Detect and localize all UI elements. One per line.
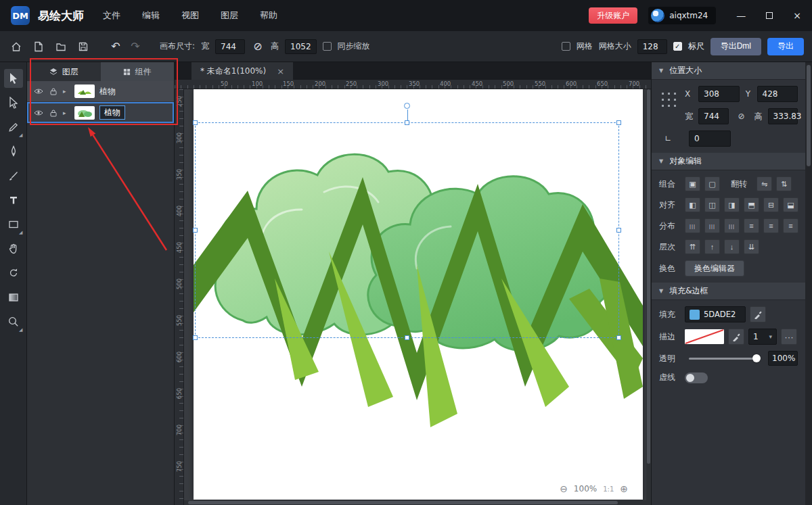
direct-select-tool[interactable] xyxy=(4,93,23,112)
pencil-tool[interactable]: ◢ xyxy=(4,118,23,137)
handle-middle-right[interactable] xyxy=(616,228,621,233)
minimize-button[interactable]: — xyxy=(736,10,746,21)
distribute-center-h-button[interactable]: ||| xyxy=(704,218,720,233)
layer-name-edit-input[interactable]: 植物 xyxy=(99,105,125,120)
anchor-grid[interactable] xyxy=(660,91,678,109)
height-input[interactable]: 333.83 xyxy=(768,108,798,124)
fill-color-control[interactable]: 5DADE2 xyxy=(685,306,746,322)
width-input[interactable]: 744 xyxy=(698,108,729,124)
expand-caret-icon[interactable]: ▸ xyxy=(63,88,70,95)
y-input[interactable]: 428 xyxy=(757,86,798,102)
grid-size-input[interactable]: 128 xyxy=(637,39,667,54)
align-middle-button[interactable]: ⊟ xyxy=(763,197,779,212)
visibility-eye-icon[interactable] xyxy=(33,88,43,95)
brush-tool[interactable] xyxy=(4,166,23,185)
close-button[interactable]: × xyxy=(793,10,801,21)
menu-file[interactable]: 文件 xyxy=(103,9,120,22)
shape-tool[interactable]: ◢ xyxy=(4,215,23,234)
x-input[interactable]: 308 xyxy=(698,86,740,102)
zoom-out-button[interactable]: ⊖ xyxy=(560,483,568,494)
ruler-checkbox[interactable]: ✓ xyxy=(673,42,682,51)
home-button[interactable] xyxy=(8,39,24,55)
handle-top-middle[interactable] xyxy=(405,120,409,125)
hand-tool[interactable] xyxy=(4,239,23,258)
stroke-eyedropper-button[interactable] xyxy=(728,329,744,345)
distribute-right-button[interactable]: ||| xyxy=(724,218,740,233)
scrollbar-thumb[interactable] xyxy=(647,89,650,464)
dash-toggle[interactable] xyxy=(685,372,708,383)
stroke-more-button[interactable]: ··· xyxy=(781,329,797,345)
section-header-position[interactable]: ▼ 位置大小 xyxy=(652,62,805,80)
handle-bottom-left[interactable] xyxy=(193,335,198,340)
ungroup-button[interactable]: ▢ xyxy=(704,176,720,191)
new-file-button[interactable] xyxy=(30,39,47,55)
distribute-middle-button[interactable]: ≡ xyxy=(763,218,779,233)
bring-forward-button[interactable]: ↑ xyxy=(704,239,720,254)
tab-components[interactable]: 组件 xyxy=(101,62,175,81)
fill-eyedropper-button[interactable] xyxy=(750,306,766,322)
zoom-ratio[interactable]: 1:1 xyxy=(603,485,614,493)
pen-tool[interactable] xyxy=(4,142,23,161)
bring-to-front-button[interactable]: ⇈ xyxy=(685,239,700,254)
gradient-tool[interactable] xyxy=(4,288,23,307)
canvas-width-input[interactable]: 744 xyxy=(215,39,245,54)
distribute-bottom-button[interactable]: ≡ xyxy=(783,218,798,233)
slider-knob[interactable] xyxy=(752,354,761,362)
grid-checkbox[interactable] xyxy=(562,42,570,51)
rotation-input[interactable]: 0 xyxy=(689,130,731,147)
align-top-button[interactable]: ⬒ xyxy=(744,197,759,212)
canvas-horizontal-scrollbar[interactable] xyxy=(184,500,646,505)
handle-bottom-middle[interactable] xyxy=(405,335,409,340)
handle-top-left[interactable] xyxy=(193,120,198,125)
handle-top-right[interactable] xyxy=(616,120,621,125)
zoom-tool[interactable]: ◢ xyxy=(4,312,23,331)
export-dml-button[interactable]: 导出Dml xyxy=(710,38,761,55)
group-button[interactable]: ▣ xyxy=(685,176,700,191)
menu-edit[interactable]: 编辑 xyxy=(142,9,160,22)
selection-box[interactable] xyxy=(195,122,619,338)
canvas-height-input[interactable]: 1052 xyxy=(285,39,317,54)
expand-caret-icon[interactable]: ▸ xyxy=(63,110,70,116)
align-left-button[interactable]: ◧ xyxy=(685,197,700,212)
zoom-in-button[interactable]: ⊕ xyxy=(620,483,628,494)
lock-icon[interactable] xyxy=(48,87,58,95)
handle-bottom-right[interactable] xyxy=(616,335,621,340)
rotation-handle[interactable] xyxy=(404,103,410,109)
scrollbar-thumb[interactable] xyxy=(188,501,618,504)
undo-button[interactable]: ↶ xyxy=(109,40,122,53)
menu-help[interactable]: 帮助 xyxy=(260,9,277,22)
distribute-top-button[interactable]: ≡ xyxy=(744,218,759,233)
scrollbar-thumb[interactable] xyxy=(807,65,811,166)
flip-vertical-button[interactable]: ⇅ xyxy=(776,176,792,191)
text-tool[interactable] xyxy=(4,191,23,210)
align-bottom-button[interactable]: ⬓ xyxy=(783,197,798,212)
upgrade-account-button[interactable]: 升级账户 xyxy=(589,7,637,24)
opacity-value[interactable]: 100% xyxy=(768,351,798,366)
opacity-slider[interactable] xyxy=(689,358,760,360)
sync-zoom-checkbox[interactable] xyxy=(323,42,332,51)
flip-horizontal-button[interactable]: ⇋ xyxy=(757,176,772,191)
align-right-button[interactable]: ◨ xyxy=(724,197,740,212)
lock-icon[interactable] xyxy=(48,109,58,117)
send-to-back-button[interactable]: ⇊ xyxy=(744,239,759,254)
redo-button[interactable]: ↷ xyxy=(129,40,142,53)
section-header-object[interactable]: ▼ 对象编辑 xyxy=(652,153,805,170)
visibility-eye-icon[interactable] xyxy=(33,110,43,116)
close-tab-icon[interactable]: × xyxy=(277,66,284,76)
layer-row[interactable]: ▸ 植物 xyxy=(27,81,174,102)
distribute-left-button[interactable]: ||| xyxy=(685,218,700,233)
maximize-button[interactable] xyxy=(766,10,773,21)
account-chip[interactable]: aiqxtm24 xyxy=(648,7,716,24)
menu-view[interactable]: 视图 xyxy=(181,9,199,22)
open-file-button[interactable] xyxy=(53,39,69,55)
document-tab[interactable]: * 未命名1(100%) × xyxy=(191,62,293,80)
stroke-color-none[interactable] xyxy=(685,329,724,344)
align-center-button[interactable]: ◫ xyxy=(704,197,720,212)
menu-layer[interactable]: 图层 xyxy=(221,9,238,22)
tab-layers[interactable]: 图层 xyxy=(27,62,101,81)
select-tool[interactable] xyxy=(4,69,23,88)
recolor-editor-button[interactable]: 换色编辑器 xyxy=(685,260,744,276)
layer-row-selected[interactable]: ▸ 植物 xyxy=(27,102,174,123)
send-backward-button[interactable]: ↓ xyxy=(724,239,740,254)
stroke-width-select[interactable]: 1 ▾ xyxy=(748,329,777,345)
